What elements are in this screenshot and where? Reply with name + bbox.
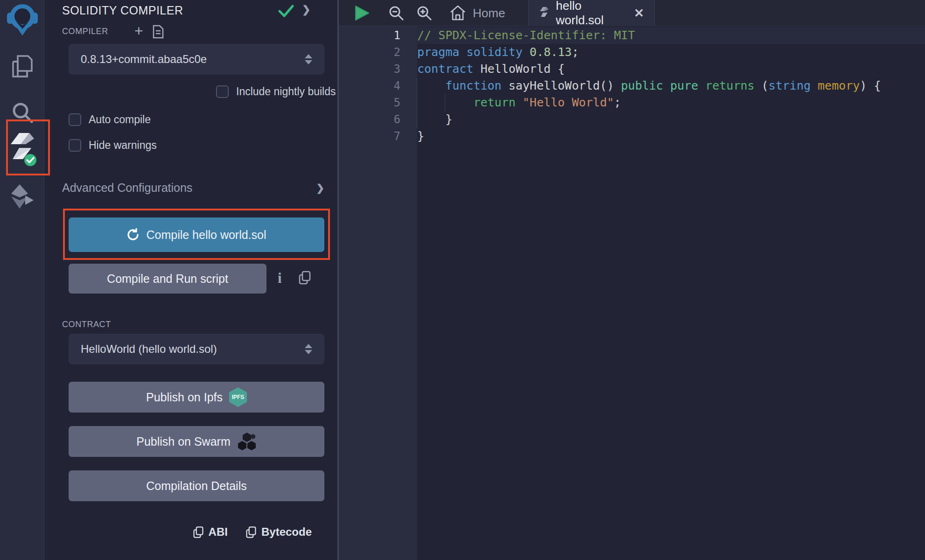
contract-select-value: HelloWorld (hello world.sol) bbox=[81, 343, 305, 356]
panel-title: SOLIDITY COMPILER bbox=[62, 4, 183, 17]
refresh-icon bbox=[126, 228, 140, 241]
search-icon[interactable] bbox=[0, 101, 44, 124]
compilation-details-button[interactable]: Compilation Details bbox=[69, 470, 324, 501]
solidity-compiler-panel: SOLIDITY COMPILER ❯ COMPILER + 0.8.13+co… bbox=[44, 0, 337, 560]
abi-label: ABI bbox=[209, 525, 228, 539]
contract-select[interactable]: HelloWorld (hello world.sol) bbox=[69, 334, 324, 364]
line-number: 5 bbox=[339, 94, 417, 111]
tab-hello-world-sol[interactable]: hello world.sol ✕ bbox=[528, 0, 655, 26]
copy-bytecode-button[interactable]: Bytecode bbox=[245, 525, 312, 539]
solidity-file-icon bbox=[539, 7, 549, 20]
abi-bytecode-row: ABI Bytecode bbox=[193, 525, 312, 539]
deploy-run-icon[interactable] bbox=[0, 183, 44, 210]
tab-close-icon[interactable]: ✕ bbox=[634, 7, 644, 19]
remix-logo-icon[interactable] bbox=[0, 2, 44, 36]
compile-button[interactable]: Compile hello world.sol bbox=[69, 217, 324, 252]
include-nightly-checkbox[interactable] bbox=[216, 85, 229, 98]
publish-swarm-button[interactable]: Publish on Swarm bbox=[69, 426, 324, 457]
copy-icon bbox=[193, 526, 204, 539]
contract-section-label: CONTRACT bbox=[62, 320, 111, 329]
code-line[interactable]: pragma solidity 0.8.13; bbox=[417, 44, 925, 61]
add-compiler-icon[interactable]: + bbox=[134, 22, 143, 40]
file-explorer-icon[interactable] bbox=[0, 54, 44, 78]
solidity-compiler-icon[interactable] bbox=[0, 132, 44, 167]
publish-ipfs-label: Publish on Ipfs bbox=[146, 391, 223, 404]
auto-compile-checkbox-row[interactable]: Auto compile bbox=[69, 113, 151, 126]
panel-collapse-chevron-icon[interactable]: ❯ bbox=[302, 4, 310, 16]
line-number: 2 bbox=[339, 44, 417, 61]
line-number: 4 bbox=[339, 77, 417, 94]
auto-compile-label: Auto compile bbox=[89, 113, 151, 126]
home-icon bbox=[449, 5, 466, 21]
copy-icon bbox=[245, 526, 257, 539]
compile-and-run-button[interactable]: Compile and Run script bbox=[69, 264, 266, 294]
select-arrows-icon bbox=[305, 54, 312, 64]
swarm-cubes-icon bbox=[237, 432, 257, 451]
line-number: 3 bbox=[339, 61, 417, 77]
editor-region: Home hello world.sol ✕ 1234567 // SPDX-L… bbox=[339, 0, 925, 560]
select-arrows-icon bbox=[305, 344, 312, 354]
zoom-in-icon[interactable] bbox=[416, 0, 432, 26]
code-line[interactable]: } bbox=[417, 128, 925, 145]
publish-ipfs-button[interactable]: Publish on Ipfs IPFS bbox=[69, 382, 324, 413]
code-line[interactable]: return "Hello World"; bbox=[417, 94, 925, 111]
code-line[interactable]: contract HelloWorld { bbox=[417, 61, 925, 77]
editor-gutter: 1234567 bbox=[339, 26, 417, 560]
compile-success-check-icon bbox=[278, 4, 294, 19]
include-nightly-checkbox-row[interactable]: Include nightly builds bbox=[216, 85, 336, 98]
hide-warnings-label: Hide warnings bbox=[89, 139, 157, 152]
line-number: 6 bbox=[339, 111, 417, 128]
editor-tab-bar: Home hello world.sol ✕ bbox=[339, 0, 925, 26]
info-icon[interactable]: i bbox=[278, 270, 282, 287]
publish-swarm-label: Publish on Swarm bbox=[136, 435, 230, 448]
hide-warnings-checkbox-row[interactable]: Hide warnings bbox=[69, 139, 157, 152]
advanced-chevron-icon: ❯ bbox=[316, 182, 324, 194]
compiler-version-select[interactable]: 0.8.13+commit.abaa5c0e bbox=[69, 44, 324, 75]
tab-home[interactable]: Home bbox=[439, 0, 515, 26]
line-number: 7 bbox=[339, 128, 417, 145]
code-line[interactable]: function sayHelloWorld() public pure ret… bbox=[417, 77, 925, 94]
copy-abi-button[interactable]: ABI bbox=[193, 525, 228, 539]
tab-file-label: hello world.sol bbox=[556, 0, 627, 28]
ipfs-icon: IPFS bbox=[229, 387, 247, 407]
run-script-play-icon[interactable] bbox=[354, 0, 370, 26]
code-lines: // SPDX-License-Identifier: MITpragma so… bbox=[417, 26, 925, 560]
copy-run-config-icon[interactable] bbox=[298, 271, 311, 285]
compile-button-label: Compile hello world.sol bbox=[146, 228, 266, 242]
code-line[interactable]: // SPDX-License-Identifier: MIT bbox=[417, 27, 925, 44]
compiler-doc-icon[interactable] bbox=[153, 25, 164, 39]
advanced-configurations-label: Advanced Configurations bbox=[62, 181, 316, 195]
hide-warnings-checkbox[interactable] bbox=[69, 139, 81, 152]
line-number: 1 bbox=[339, 27, 417, 44]
compilation-details-label: Compilation Details bbox=[146, 479, 246, 493]
code-line[interactable]: } bbox=[417, 111, 925, 128]
auto-compile-checkbox[interactable] bbox=[69, 113, 81, 126]
compile-and-run-label: Compile and Run script bbox=[107, 272, 228, 286]
compiler-section-label: COMPILER bbox=[62, 27, 108, 36]
activity-bar bbox=[0, 0, 44, 560]
advanced-configurations-toggle[interactable]: Advanced Configurations ❯ bbox=[62, 181, 324, 195]
include-nightly-label: Include nightly builds bbox=[236, 85, 336, 98]
tab-home-label: Home bbox=[473, 6, 505, 21]
bytecode-label: Bytecode bbox=[261, 525, 312, 539]
compiler-version-value: 0.8.13+commit.abaa5c0e bbox=[81, 53, 305, 66]
zoom-out-icon[interactable] bbox=[388, 0, 404, 26]
